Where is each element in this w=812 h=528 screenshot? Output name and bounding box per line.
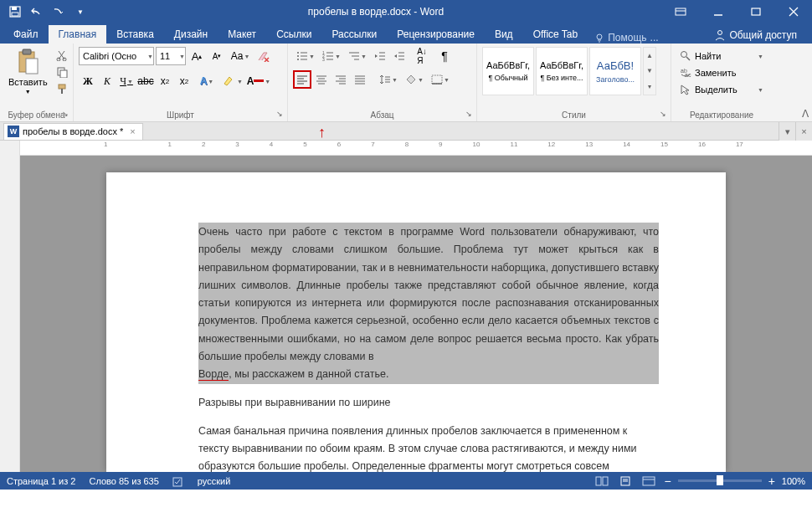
tab-file[interactable]: Файл — [3, 25, 49, 44]
zoom-level[interactable]: 100% — [782, 476, 805, 486]
tab-office-tab[interactable]: Office Tab — [523, 25, 588, 44]
decrease-indent-button[interactable] — [371, 47, 389, 65]
copy-button[interactable] — [54, 64, 70, 79]
change-case-button[interactable]: Aa▼ — [228, 47, 253, 65]
status-proofing[interactable] — [172, 475, 184, 487]
window-title: пробелы в ворде.docx - Word — [90, 6, 661, 18]
clipboard-icon — [16, 49, 39, 75]
paragraph-heading[interactable]: Разрывы при выравнивании по ширине — [198, 394, 659, 412]
quick-access-toolbar: ▼ — [0, 2, 90, 22]
doc-tab-name: пробелы в ворде.docx * — [23, 126, 123, 136]
sort-button[interactable]: А↓Я — [409, 47, 434, 65]
align-center-button[interactable] — [312, 70, 331, 89]
bullets-button[interactable]: ▼ — [293, 47, 318, 65]
cut-button[interactable] — [54, 48, 70, 63]
tab-mailings[interactable]: Рассылки — [321, 25, 387, 44]
tab-design[interactable]: Дизайн — [164, 25, 218, 44]
horizontal-ruler[interactable]: 11234567891011121314151617 — [20, 141, 812, 155]
align-justify-button[interactable] — [351, 70, 369, 89]
bulb-icon — [594, 33, 604, 43]
highlight-button[interactable]: ▼ — [220, 72, 245, 90]
style-heading1[interactable]: АаБбВ!Заголово... — [589, 47, 641, 95]
share-button[interactable]: Общий доступ — [707, 27, 804, 44]
collapse-ribbon-button[interactable]: ᐱ — [802, 108, 809, 120]
format-painter-button[interactable] — [54, 81, 70, 96]
bold-button[interactable]: Ж — [79, 72, 97, 90]
styles-launcher[interactable]: ↘ — [657, 108, 669, 120]
replace-button[interactable]: abacЗаменить — [676, 65, 767, 80]
font-name-select[interactable]: Calibri (Осно▼ — [79, 47, 154, 65]
svg-rect-19 — [60, 70, 67, 78]
font-size-select[interactable]: 11▼ — [156, 47, 186, 65]
vertical-ruler[interactable] — [0, 156, 20, 472]
window-controls — [661, 0, 812, 23]
zoom-out-button[interactable]: − — [664, 474, 671, 488]
svg-rect-74 — [643, 477, 655, 485]
underline-button[interactable]: Ч▼ — [117, 72, 136, 90]
clipboard-launcher[interactable]: ↘ — [59, 108, 71, 120]
svg-point-26 — [297, 59, 299, 60]
numbering-button[interactable]: 123▼ — [319, 47, 344, 65]
select-button[interactable]: Выделить▼ — [676, 82, 767, 97]
view-web-button[interactable] — [640, 474, 657, 489]
tab-home[interactable]: Главная — [49, 25, 107, 44]
clear-formatting-button[interactable] — [254, 47, 273, 65]
superscript-button[interactable]: x2 — [175, 72, 193, 90]
redo-button[interactable] — [49, 2, 69, 22]
borders-button[interactable]: ▼ — [428, 70, 453, 89]
find-button[interactable]: Найти▼ — [676, 49, 767, 64]
svg-rect-62 — [432, 75, 442, 84]
paragraph-launcher[interactable]: ↘ — [463, 108, 475, 120]
tabstrip-close[interactable]: × — [795, 122, 812, 141]
view-read-button[interactable] — [594, 474, 610, 489]
ribbon-tabs: Файл Главная Вставка Дизайн Макет Ссылки… — [0, 23, 812, 44]
document-tab[interactable]: W пробелы в ворде.docx * × — [3, 123, 143, 140]
status-words[interactable]: Слово 85 из 635 — [89, 476, 158, 486]
tab-view[interactable]: Вид — [485, 25, 523, 44]
paragraph-body[interactable]: Самая банальная причина появления длинны… — [198, 423, 659, 473]
text-effects-button[interactable]: A▼ — [194, 72, 219, 90]
tab-review[interactable]: Рецензирование — [387, 25, 485, 44]
line-spacing-button[interactable]: ▼ — [376, 70, 401, 89]
zoom-in-button[interactable]: + — [768, 474, 775, 488]
svg-rect-3 — [676, 8, 686, 15]
strikethrough-button[interactable]: abc — [136, 72, 155, 90]
zoom-slider[interactable] — [678, 479, 762, 482]
tell-me-search[interactable]: Помощь... — [594, 32, 658, 44]
view-print-button[interactable] — [617, 474, 634, 489]
increase-indent-button[interactable] — [390, 47, 409, 65]
status-page[interactable]: Страница 1 из 2 — [7, 476, 75, 486]
tab-insert[interactable]: Вставка — [106, 25, 164, 44]
tab-close-icon[interactable]: × — [130, 126, 135, 136]
font-color-button[interactable]: A▼ — [246, 72, 271, 90]
multilevel-button[interactable]: ▼ — [345, 47, 370, 65]
undo-button[interactable] — [27, 2, 47, 22]
minimize-button[interactable] — [699, 0, 737, 23]
style-normal[interactable]: АаБбВвГг,¶ Обычный — [482, 47, 534, 95]
save-button[interactable] — [5, 2, 25, 22]
svg-rect-70 — [603, 477, 608, 485]
styles-more-button[interactable]: ▲▼▾ — [643, 47, 656, 95]
tabstrip-menu[interactable]: ▾ — [779, 122, 795, 141]
align-left-button[interactable] — [293, 70, 311, 89]
maximize-button[interactable] — [737, 0, 774, 23]
qat-customize[interactable]: ▼ — [70, 2, 90, 22]
paragraph-selected[interactable]: Очень часто при работе с текстом в прогр… — [198, 223, 659, 384]
align-right-button[interactable] — [331, 70, 350, 89]
shading-button[interactable]: ▼ — [402, 70, 427, 89]
decrease-font-button[interactable]: A▾ — [208, 47, 226, 65]
tab-references[interactable]: Ссылки — [266, 25, 321, 44]
styles-gallery[interactable]: АаБбВвГг,¶ Обычный АаБбВвГг,¶ Без инте..… — [482, 47, 666, 95]
increase-font-button[interactable]: A▴ — [188, 47, 206, 65]
show-marks-button[interactable]: ¶ — [435, 47, 454, 65]
tab-layout[interactable]: Макет — [218, 25, 266, 44]
page[interactable]: Очень часто при работе с текстом в прогр… — [106, 172, 726, 472]
italic-button[interactable]: К — [98, 72, 116, 90]
style-nospacing[interactable]: АаБбВвГг,¶ Без инте... — [536, 47, 588, 95]
close-button[interactable] — [774, 0, 812, 23]
font-launcher[interactable]: ↘ — [274, 108, 285, 120]
status-language[interactable]: русский — [198, 476, 230, 486]
subscript-button[interactable]: x2 — [156, 72, 174, 90]
ribbon-display-button[interactable] — [661, 0, 699, 23]
paste-button[interactable]: Вставить ▼ — [5, 47, 51, 97]
